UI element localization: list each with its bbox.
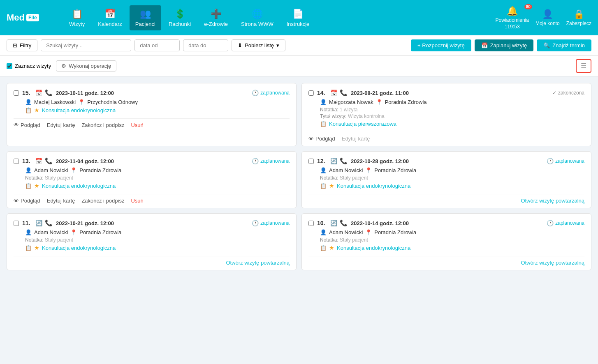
clipboard-icon: 📋 <box>72 9 83 19</box>
search-icon: 🔍 <box>543 42 550 48</box>
calendar-small-icon: 📅 <box>330 90 337 96</box>
visit-card-11: 11. 🔄 📞 2022-10-21 godz. 12:00 🕐 zaplano… <box>7 213 297 270</box>
nav-item-ezdrowie[interactable]: ➕ e-Zdrowie <box>198 5 234 30</box>
service-link[interactable]: Konsultacja endokrynologiczna <box>337 183 410 189</box>
visit-card-15: 15. 📅 📞 2023-10-11 godz. 12:00 🕐 zaplano… <box>7 83 297 146</box>
person-info-icon: 👤 <box>320 167 327 173</box>
nav-item-rachunki[interactable]: 💲 Rachunki <box>163 5 197 30</box>
service-link[interactable]: Konsultacja endokrynologiczna <box>42 107 116 113</box>
select-all-label[interactable]: Zaznacz wizyty <box>7 63 51 69</box>
visit-service: 📋 ★ Konsultacja endokrynologiczna <box>25 107 290 113</box>
action-zakończ-i-podpisz[interactable]: Zakończ i podpisz <box>81 122 124 128</box>
note-label: Notatka: <box>25 237 44 243</box>
star-icon: ★ <box>34 182 39 189</box>
delete-action[interactable]: Usuń <box>131 198 143 204</box>
visit-datetime: 2022-10-21 godz. 12:00 <box>56 220 114 226</box>
title-label: Tytuł wizyty: <box>320 113 347 119</box>
notifications-button[interactable]: 🔔 80 Powiadomienia 119:53 <box>496 6 529 30</box>
nav-item-stronawww[interactable]: 🌐 Strona WWW <box>235 5 279 30</box>
status-badge: 🕐 zaplanowana <box>547 220 584 226</box>
person-icon: 👤 <box>542 9 553 20</box>
service-link[interactable]: Konsultacja endokrynologiczna <box>42 183 116 189</box>
person-info-icon: 👤 <box>25 229 32 235</box>
location-icon: 📍 <box>78 99 85 105</box>
star-icon: ★ <box>34 107 39 113</box>
main-nav: 📋 Wizyty 📅 Kalendarz 👥 Pacjenci 💲 Rachun… <box>63 5 492 30</box>
visit-number: 12. <box>317 158 327 164</box>
card-checkbox[interactable] <box>14 90 19 96</box>
filter-button[interactable]: ⊟ Filtry <box>7 39 37 51</box>
select-toolbar: Zaznacz wizyty ⚙ Wykonaj operację ☰ <box>0 56 598 76</box>
operations-button[interactable]: ⚙ Wykonaj operację <box>56 60 116 71</box>
nav-item-pacjenci[interactable]: 👥 Pacjenci <box>130 5 161 30</box>
search-input[interactable] <box>41 39 131 51</box>
nav-label-kalendarz: Kalendarz <box>98 21 122 27</box>
notifications-time: 119:53 <box>505 24 520 30</box>
service-link[interactable]: Konsultacja pierwszorazowa <box>329 121 396 127</box>
clock-icon: 🕐 <box>252 220 259 226</box>
note-value: Stały pacjent <box>45 175 73 181</box>
card-checkbox[interactable] <box>308 90 314 96</box>
status-badge: ✓ zakończona <box>552 90 584 96</box>
find-term-label: Znajdź termin <box>552 42 585 48</box>
nav-item-wizyty[interactable]: 📋 Wizyty <box>63 5 90 30</box>
visit-type-icons: 📅 📞 <box>330 89 348 97</box>
service-link[interactable]: Konsultacja endokrynologiczna <box>337 245 410 251</box>
start-visit-button[interactable]: + Rozpocznij wizytę <box>411 39 471 51</box>
people-icon: 👥 <box>140 9 151 19</box>
date-from-input[interactable] <box>134 39 180 51</box>
location-name: Przychodnia Odnowy <box>87 99 138 105</box>
delete-action[interactable]: Usuń <box>131 122 143 128</box>
download-button[interactable]: ⬇ Pobierz listę ▾ <box>232 39 285 51</box>
visit-type-icons: 🔄 📞 <box>330 157 348 165</box>
action-podgląd[interactable]: 👁 Podgląd <box>14 198 40 204</box>
location-name: Poradnia Zdrowia <box>374 167 416 173</box>
dollar-icon: 💲 <box>174 9 185 19</box>
location-name: Poradnia Zdrowia <box>79 167 121 173</box>
visit-number: 10. <box>317 220 327 226</box>
plan-visit-button[interactable]: 📅 Zaplanuj wizytę <box>475 39 534 51</box>
action-zakończ-i-podpisz[interactable]: Zakończ i podpisz <box>81 198 124 204</box>
note-value: Stały pacjent <box>340 237 368 243</box>
location-icon: 📍 <box>376 99 382 105</box>
action-edytuj-kartę[interactable]: Edytuj kartę <box>47 122 75 128</box>
open-recurring-button[interactable]: Otwórz wizytę powtarzalną <box>226 260 290 266</box>
select-all-checkbox[interactable] <box>7 63 12 69</box>
header: Med File 📋 Wizyty 📅 Kalendarz 👥 Pacjenci… <box>0 0 598 35</box>
filter-icon: ⊟ <box>13 42 17 48</box>
service-link[interactable]: Konsultacja endokrynologiczna <box>42 245 116 251</box>
visit-type-icons: 🔄 📞 <box>35 219 53 227</box>
card-header: 10. 🔄 📞 2022-10-14 godz. 12:00 🕐 zaplano… <box>308 219 584 227</box>
doc-icon: 📄 <box>292 9 304 19</box>
find-term-button[interactable]: 🔍 Znajdź termin <box>537 39 591 51</box>
nav-label-ezdrowie: e-Zdrowie <box>204 21 228 27</box>
location-icon: 📍 <box>365 167 372 173</box>
list-view-button[interactable]: ☰ <box>576 59 591 73</box>
download-label: Pobierz listę <box>245 42 274 48</box>
doc-clipboard-icon: 📋 <box>320 245 327 251</box>
visit-service: 📋 ★ Konsultacja endokrynologiczna <box>25 244 290 251</box>
card-checkbox[interactable] <box>308 159 314 164</box>
security-button[interactable]: 🔒 Zabezpiecz <box>566 9 591 26</box>
card-actions: Otwórz wizytę powtarzalną <box>14 256 290 266</box>
nav-item-instrukcje[interactable]: 📄 Instrukcje <box>281 5 315 30</box>
account-button[interactable]: 👤 Moje konto <box>535 9 560 26</box>
nav-label-stronawww: Strona WWW <box>241 21 274 27</box>
card-checkbox[interactable] <box>308 221 314 226</box>
action-edytuj-kartę[interactable]: Edytuj kartę <box>47 198 75 204</box>
patient-info: 👤 Adam Nowicki 📍 Poradnia Zdrowia <box>320 167 584 173</box>
open-recurring-button[interactable]: Otwórz wizytę powtarzalną <box>521 260 584 266</box>
patient-name: Małgorzata Nowak <box>329 99 373 105</box>
open-recurring-button[interactable]: Otwórz wizytę powtarzalną <box>521 198 584 204</box>
nav-item-kalendarz[interactable]: 📅 Kalendarz <box>92 5 128 30</box>
select-all-text: Zaznacz wizyty <box>15 63 51 69</box>
card-checkbox[interactable] <box>14 221 19 226</box>
doc-clipboard-icon: 📋 <box>25 183 32 189</box>
logo-med-text: Med <box>7 12 25 23</box>
note-label: Notatka: <box>320 237 338 243</box>
notifications-label: Powiadomienia <box>496 17 529 23</box>
action-podgląd[interactable]: 👁 Podgląd <box>308 136 335 142</box>
card-checkbox[interactable] <box>14 159 19 164</box>
date-to-input[interactable] <box>183 39 228 51</box>
action-podgląd[interactable]: 👁 Podgląd <box>14 122 40 128</box>
